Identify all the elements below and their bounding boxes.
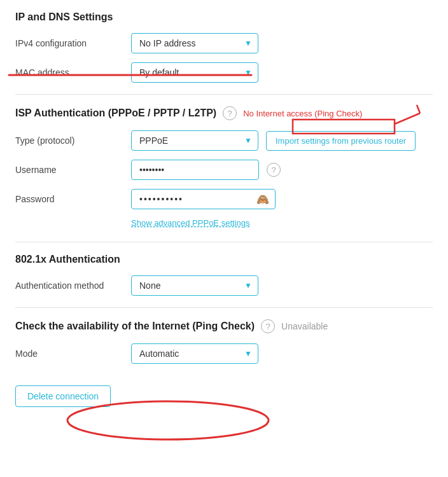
mode-label: Mode [15,349,123,359]
isp-header-row: ISP Authentication (PPPoE / PPTP / L2TP)… [15,106,433,120]
type-row: Type (protocol) PPPoE PPTP L2TP None ▼ I… [15,130,433,151]
type-label: Type (protocol) [15,135,123,146]
mode-row: Mode Automatic Manual Disabled ▼ [15,343,433,364]
isp-auth-title: ISP Authentication (PPPoE / PPTP / L2TP) [15,107,216,119]
ipv4-select[interactable]: No IP address Static IP Dynamic IP (DHCP… [131,33,258,53]
mac-select[interactable]: By default Custom [131,62,258,83]
isp-status-badge: No Internet access (Ping Check) [243,109,362,118]
delete-section: Delete connection [15,373,433,407]
username-row: Username ? [15,160,433,180]
auth-802-title: 802.1x Authentication [15,254,433,265]
mode-select-wrapper: Automatic Manual Disabled ▼ [131,343,258,364]
import-settings-button[interactable]: Import settings from previous router [266,131,416,151]
username-input[interactable] [131,160,259,180]
advanced-pppoe-link[interactable]: Show advanced PPPoE settings [131,218,249,228]
ipv4-row: IPv4 configuration No IP address Static … [15,33,433,53]
mac-select-wrapper: By default Custom ▼ [131,62,258,83]
isp-help-icon[interactable]: ? [223,106,237,120]
auth-method-label: Authentication method [15,280,123,291]
divider-3 [15,307,433,308]
mode-select[interactable]: Automatic Manual Disabled [131,343,258,364]
username-label: Username [15,165,123,175]
type-select-wrapper: PPPoE PPTP L2TP None ▼ [131,130,258,151]
ipv4-select-wrapper: No IP address Static IP Dynamic IP (DHCP… [131,33,258,53]
auth-method-row: Authentication method None MD5 TLS ▼ [15,275,433,296]
type-select[interactable]: PPPoE PPTP L2TP None [131,130,258,151]
password-wrapper: 🙈 [131,189,276,209]
auth-method-select[interactable]: None MD5 TLS [131,275,258,296]
ip-dns-title: IP and DNS Settings [15,11,433,23]
mac-label: MAC address [15,67,123,78]
isp-auth-section: ISP Authentication (PPPoE / PPTP / L2TP)… [15,106,433,230]
ping-help-icon[interactable]: ? [261,319,275,333]
ping-status-text: Unavailable [281,321,328,331]
ping-header-row: Check the availability of the Internet (… [15,319,433,333]
ping-check-title: Check the availability of the Internet (… [15,321,255,332]
auth-802-section: 802.1x Authentication Authentication met… [15,254,433,296]
delete-connection-button[interactable]: Delete connection [15,385,111,407]
eye-icon[interactable]: 🙈 [256,193,269,205]
ping-check-section: Check the availability of the Internet (… [15,319,433,364]
password-row: Password 🙈 [15,189,433,209]
mac-row: MAC address By default Custom ▼ [15,62,433,83]
password-label: Password [15,194,123,204]
divider-1 [15,94,433,95]
auth-method-select-wrapper: None MD5 TLS ▼ [131,275,258,296]
username-help-icon[interactable]: ? [267,163,281,177]
ipv4-label: IPv4 configuration [15,38,123,48]
divider-2 [15,242,433,242]
advanced-link-row: Show advanced PPPoE settings [15,218,433,230]
password-input[interactable] [131,189,276,209]
ip-dns-section: IP and DNS Settings IPv4 configuration N… [15,11,433,83]
